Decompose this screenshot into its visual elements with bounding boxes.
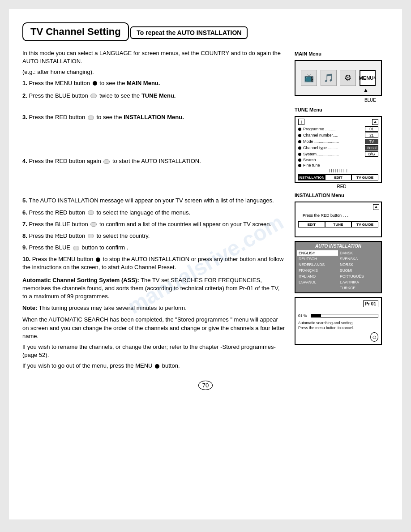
page: manualsrive.com TV Channel Setting To re… xyxy=(9,9,402,519)
tune-system-value: B/G xyxy=(365,151,378,157)
step-9-text: Press the BLUE xyxy=(29,244,70,251)
tune-row-search: Search xyxy=(298,158,378,162)
menu-button-icon xyxy=(93,81,97,86)
tune-row-mode: Mode ...................... TV xyxy=(298,139,378,144)
arrow-down-icon: ▲ xyxy=(363,87,368,93)
step-2-num: 2. xyxy=(22,92,27,99)
pr-progress-box: Pr 01 01 % Automatic searching and sorti… xyxy=(295,297,382,345)
note-title: Note: xyxy=(22,305,37,311)
intro-line1: In this mode you can select a LANGUAGE f… xyxy=(22,49,286,65)
step-5: 5. The AUTO INSTALLATION message will ap… xyxy=(22,197,286,205)
pr-progress-fill xyxy=(311,314,321,317)
step-3: 3. Press the RED button to see the INSTA… xyxy=(22,113,286,121)
step-3-num: 3. xyxy=(22,114,27,120)
main-title: TV Channel Setting xyxy=(22,22,129,41)
tune-tab-edit[interactable]: EDIT xyxy=(325,175,352,180)
install-a-badge: A xyxy=(373,204,379,210)
red-label: RED xyxy=(295,184,389,189)
tune-dot-icon xyxy=(298,128,301,131)
pr-progress-row: 01 % xyxy=(298,313,378,318)
step-1-text: Press the MENU button xyxy=(29,80,90,86)
lang-norsk: NORSK xyxy=(338,262,379,267)
tune-dot7-icon xyxy=(298,164,301,167)
final-text3: If you wish to go out of the menu, press… xyxy=(22,362,286,370)
info-icon: i xyxy=(298,119,304,125)
step-7-text2: to confirm and a list of the countries w… xyxy=(99,221,271,227)
section-title: To repeat the AUTO INSTALLATION xyxy=(130,26,248,39)
note-paragraph: Note: This tuning process may take sever… xyxy=(22,304,286,312)
tune-menu-illustration: i · · · · · · · · · · · · A Programme ..… xyxy=(295,116,382,183)
red-button2-icon xyxy=(103,159,110,164)
tune-tab-tvguide[interactable]: TV GUIDE xyxy=(351,175,378,180)
lang-italiano: ITALIANO xyxy=(297,274,338,279)
tune-channel-label: Channel number..... xyxy=(303,133,365,137)
install-tab-edit[interactable]: EDIT xyxy=(298,222,325,227)
step-3-text2: to see the xyxy=(96,114,122,120)
final-text1: When the AUTOMATIC SEARCH has been compl… xyxy=(22,316,286,340)
step-9: 9. Press the BLUE button to confirm . xyxy=(22,244,286,252)
install-content-text: Press the RED button . . . xyxy=(298,213,378,218)
pr-title: Pr 01 xyxy=(363,300,378,307)
install-tab-tvguide[interactable]: TV GUIDE xyxy=(351,222,378,227)
step-2-text2: twice to see the xyxy=(99,92,140,99)
blue-button2-icon xyxy=(90,222,97,227)
step-1-num: 1. xyxy=(22,80,27,86)
note-text: This tuning process may take several min… xyxy=(39,305,187,311)
step-8-num: 8. xyxy=(22,232,27,239)
installation-menu-illustration: A Press the RED button . . . EDIT TUNE T… xyxy=(295,202,382,237)
red-button3-icon xyxy=(88,210,94,215)
final-text3a: If you wish to go out of the menu, press… xyxy=(22,362,152,369)
install-tab-tune[interactable]: TUNE xyxy=(325,222,352,227)
step-2-text: Press the BLUE button xyxy=(29,92,88,99)
step-4-num: 4. xyxy=(22,158,27,164)
right-column: MAIN Menu 📺 🎵 ⚙ MENUA ▲ BLUE TUNE Menu i… xyxy=(295,49,389,373)
tune-programme-label: Programme .......... xyxy=(303,127,365,131)
step-9-num: 9. xyxy=(22,244,27,251)
step-10-text: Press the MENU button xyxy=(32,256,94,262)
lang-svenska: SVENSKA xyxy=(338,256,379,262)
fine-tune-bar: | | | | | | | | | | xyxy=(329,168,347,172)
final-text2: If you wish to rename the channels, or c… xyxy=(22,343,286,359)
step-1: 1. Press the MENU button to see the MAIN… xyxy=(22,79,286,87)
tune-dots: · · · · · · · · · · · · xyxy=(306,120,372,124)
step-7: 7. Press the BLUE button to confirm and … xyxy=(22,220,286,228)
final-text3b: button. xyxy=(162,362,180,369)
tune-row-channel: Channel number..... 21 xyxy=(298,133,378,138)
step-8: 8. Press the RED button to select the co… xyxy=(22,232,286,240)
tune-a-badge: A xyxy=(372,119,378,125)
pr-button-icon: ○ xyxy=(370,332,378,342)
step-6: 6. Press the RED button to select the la… xyxy=(22,209,286,217)
left-column: In this mode you can select a LANGUAGE f… xyxy=(22,49,286,373)
pr-text2: Press the menu button to cancel. xyxy=(298,326,378,330)
tune-dot5-icon xyxy=(298,153,301,156)
step-5-num: 5. xyxy=(22,197,27,204)
tune-programme-value: 01 xyxy=(365,126,378,132)
tune-dot3-icon xyxy=(298,140,301,143)
lang-title: AUTO INSTALLATION xyxy=(297,244,379,249)
pr-progress-bar xyxy=(311,314,378,317)
tune-tab-installation[interactable]: INSTALLATION xyxy=(298,175,325,180)
tune-search-label: Search xyxy=(303,158,378,162)
pr-text1: Automatic searching and sorting. xyxy=(298,321,378,326)
menu-button2-icon xyxy=(96,257,100,262)
lang-suomi: SUOMI xyxy=(338,268,379,273)
page-number: 70 xyxy=(22,382,389,389)
pr-pct: 01 % xyxy=(298,313,309,318)
installation-menu-label: INSTALLATION Menu xyxy=(295,193,389,198)
tune-dot6-icon xyxy=(298,159,301,162)
tune-channeltype-label: Channel type ......... xyxy=(303,146,365,150)
ass-paragraph: Automatic Channel Sorting System (ASS): … xyxy=(22,276,286,301)
tune-system-label: System.................... xyxy=(303,152,365,156)
tune-mode-value: TV xyxy=(365,139,378,144)
step-10-num: 10. xyxy=(22,256,30,262)
lang-francais: FRANÇAIS xyxy=(297,268,338,273)
blue-button-icon xyxy=(90,94,97,98)
step-4-text2: to start the AUTO INSTALLATION. xyxy=(112,158,201,164)
tune-channel-value: 21 xyxy=(365,133,378,138)
lang-nederlands: NEDERLANDS xyxy=(297,262,338,267)
lang-portugues: PORTUGUÊS xyxy=(338,274,379,279)
tune-dot2-icon xyxy=(298,134,301,137)
step-6-num: 6. xyxy=(22,209,27,216)
tune-menu-label: TUNE Menu xyxy=(295,107,389,112)
tune-finetune-label: Fine tune xyxy=(303,163,378,167)
